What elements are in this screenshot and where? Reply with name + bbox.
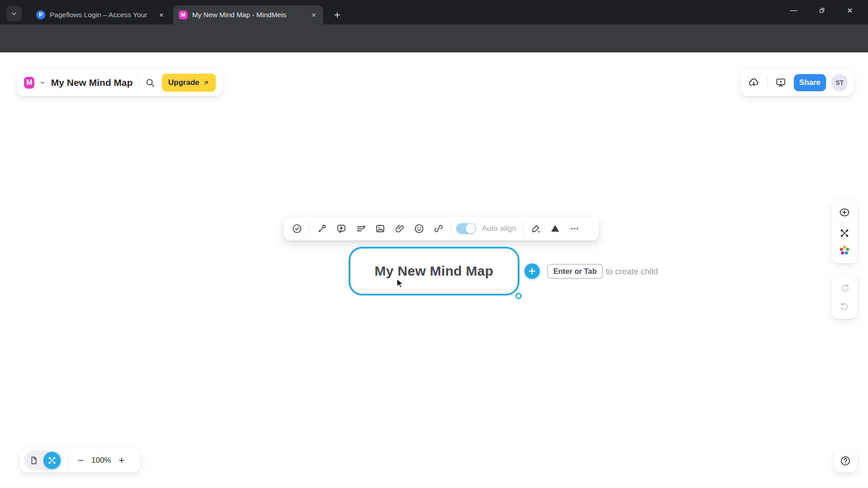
document-icon (29, 455, 39, 465)
tab-close-icon[interactable]: ✕ (309, 10, 319, 20)
browser-toolbar: mindmeister.com/app/map/3742208781 Incog… (0, 24, 868, 52)
task-button[interactable] (290, 221, 304, 236)
node-toolbar: Auto align (283, 217, 599, 240)
toggle-knob (466, 224, 476, 234)
redo-icon (839, 282, 850, 293)
check-circle-icon (292, 223, 302, 234)
help-button[interactable] (834, 449, 857, 473)
tab-title: My New Mind Map - MindMeis (192, 11, 305, 19)
add-child-button[interactable] (524, 263, 540, 279)
help-icon (840, 455, 851, 467)
mouse-cursor (394, 277, 407, 290)
child-hint-text: to create child (606, 267, 658, 277)
toolbar-divider (451, 222, 451, 235)
upgrade-button[interactable]: Upgrade (162, 74, 216, 92)
emoji-button[interactable] (412, 221, 426, 236)
attachment-button[interactable] (392, 221, 407, 236)
comment-button[interactable] (334, 221, 349, 236)
zoom-in-button[interactable]: + (115, 454, 128, 467)
sync-status-button[interactable] (746, 75, 762, 91)
restore-icon (817, 6, 826, 15)
search-button[interactable] (143, 75, 157, 90)
app-header-left: M My New Mind Map Upgrade (17, 69, 223, 96)
chevron-down-icon (9, 9, 19, 18)
upgrade-label: Upgrade (168, 78, 199, 87)
root-node[interactable]: My New Mind Map (349, 247, 519, 296)
notes-button[interactable] (354, 221, 368, 236)
mindmeister-app: M My New Mind Map Upgrade Share (0, 52, 868, 488)
plus-icon (528, 267, 537, 276)
auto-align-label: Auto align (482, 224, 516, 233)
map-layout-button[interactable] (836, 226, 853, 240)
pageflows-favicon: P (36, 10, 45, 19)
paperclip-icon (394, 223, 405, 234)
connection-button[interactable] (315, 221, 329, 236)
redo-button[interactable] (836, 281, 853, 295)
screen: P Pageflows Login – Access Your ✕ M My N… (0, 0, 868, 488)
style-button[interactable] (528, 221, 543, 236)
window-minimize-button[interactable]: — (781, 0, 807, 21)
boundary-button[interactable] (548, 221, 562, 236)
map-view-button[interactable] (43, 452, 61, 469)
map-spread-icon (47, 455, 57, 465)
undo-button[interactable] (836, 299, 853, 313)
focus-mode-button[interactable] (836, 205, 853, 220)
image-button[interactable] (373, 221, 387, 236)
node-resize-handle[interactable] (515, 293, 522, 299)
share-label: Share (799, 78, 821, 87)
browser-tabstrip: P Pageflows Login – Access Your ✕ M My N… (0, 0, 868, 24)
app-header-right: Share ST (741, 69, 854, 96)
root-node-label: My New Mind Map (375, 263, 494, 279)
smiley-icon (414, 223, 425, 234)
header-divider (767, 76, 768, 89)
theme-flower-icon (839, 244, 850, 256)
child-hint-key: Enter or Tab (547, 264, 603, 279)
auto-align-toggle[interactable] (456, 223, 476, 234)
undo-icon (839, 300, 850, 312)
focus-circle-plus-icon (839, 206, 850, 218)
user-avatar[interactable]: ST (831, 74, 848, 91)
zoom-level: 100% (90, 456, 113, 465)
list-plus-icon (355, 223, 366, 234)
outline-view-button[interactable] (26, 453, 42, 468)
share-button[interactable]: Share (794, 74, 826, 91)
theme-colors-button[interactable] (836, 243, 853, 258)
map-spread-icon (839, 228, 850, 239)
mindmeister-logo[interactable]: M (24, 77, 34, 89)
cloud-download-icon (748, 77, 760, 89)
tab-title: Pageflows Login – Access Your (50, 11, 153, 19)
new-tab-button[interactable]: + (329, 7, 345, 23)
tab-pageflows[interactable]: P Pageflows Login – Access Your ✕ (31, 5, 171, 24)
toolbar-divider (309, 222, 310, 235)
style-brush-icon (530, 223, 541, 234)
arrow-up-right-icon (203, 80, 209, 86)
presentation-button[interactable] (773, 75, 788, 91)
tab-search-button[interactable] (6, 6, 22, 21)
right-rail-tools (832, 199, 857, 263)
mindmeister-favicon: M (179, 10, 188, 19)
image-icon (375, 223, 386, 234)
rail-divider (837, 222, 852, 223)
toolbar-divider (523, 222, 524, 235)
zoom-out-button[interactable]: − (74, 454, 88, 467)
more-horizontal-icon (569, 223, 580, 234)
boundary-triangle-icon (550, 223, 561, 234)
view-switcher (24, 450, 63, 470)
window-restore-button[interactable] (809, 0, 835, 21)
tab-mindmeister-active[interactable]: M My New Mind Map - MindMeis ✕ (173, 5, 323, 24)
view-zoom-controls: − 100% + (19, 448, 141, 473)
header-divider (138, 76, 138, 89)
window-close-button[interactable]: ✕ (837, 0, 863, 21)
tab-close-icon[interactable]: ✕ (156, 10, 166, 20)
search-icon (145, 77, 156, 88)
right-rail-history (832, 275, 857, 319)
link-icon (433, 223, 444, 234)
presentation-icon (775, 77, 787, 89)
map-title: My New Mind Map (51, 77, 133, 88)
controls-divider (68, 454, 69, 467)
link-button[interactable] (431, 221, 446, 236)
connector-icon (316, 223, 327, 234)
map-menu-chevron-icon[interactable] (39, 79, 46, 86)
more-options-button[interactable] (567, 221, 582, 236)
comment-plus-icon (336, 223, 347, 234)
